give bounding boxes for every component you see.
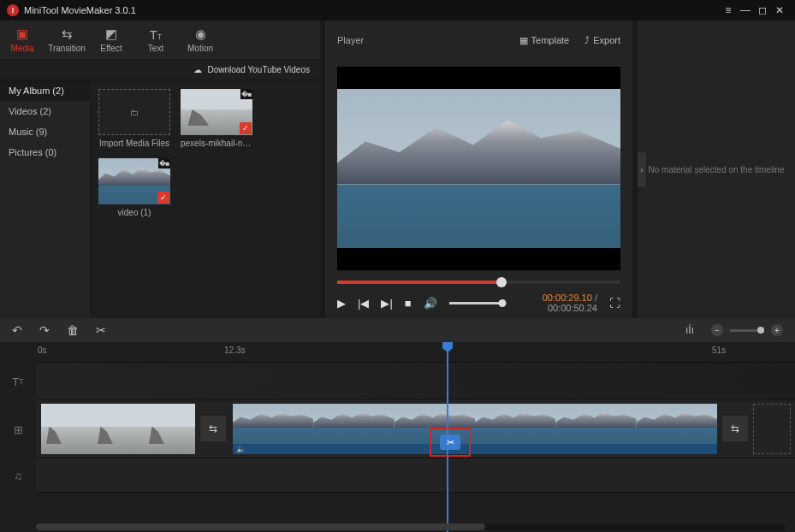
video-badge-icon: �■ <box>158 158 170 168</box>
properties-panel: › No material selected on the timeline <box>638 21 795 318</box>
next-frame-button[interactable]: ▶| <box>381 297 392 310</box>
text-track[interactable] <box>36 363 795 400</box>
template-icon: ▦ <box>519 35 528 46</box>
maximize-button[interactable]: ◻ <box>754 4 771 16</box>
title-bar: ! MiniTool MovieMaker 3.0.1 ≡ — ◻ ✕ <box>0 0 795 21</box>
export-button[interactable]: ⤴ Export <box>584 35 620 45</box>
timeline-scrollbar[interactable] <box>36 523 785 530</box>
export-label: Export <box>593 35 620 45</box>
transition-slot-2[interactable]: ⇆ <box>722 416 748 441</box>
download-youtube-label: Download YouTube Videos <box>207 65 310 74</box>
template-label: Template <box>531 35 570 45</box>
time-sep: / <box>592 293 597 303</box>
time-total: 00:00:50.24 <box>548 303 597 313</box>
ruler-tick-1: 12.3s <box>224 346 245 355</box>
media-item-2-label: video (1) <box>98 208 170 217</box>
video-track[interactable]: ⇆ 🔈 ⇆ <box>36 400 795 458</box>
import-media-label: Import Media Files <box>98 139 170 148</box>
text-track-icon: TT <box>0 363 36 400</box>
video-track-icon: ⊞ <box>0 400 36 458</box>
delete-button[interactable]: 🗑 <box>67 323 79 337</box>
export-icon: ⤴ <box>584 35 590 45</box>
media-tab-album[interactable]: My Album (2) <box>0 80 90 101</box>
timeline: TT ⊞ ♫ 0s 12.3s 51s ⇆ <box>0 342 795 532</box>
tab-effect[interactable]: ◩ Effect <box>89 27 133 53</box>
used-check-icon: ✓ <box>240 122 252 134</box>
tab-text-label: Text <box>148 44 163 53</box>
time-ruler[interactable]: 0s 12.3s 51s <box>36 342 795 363</box>
used-check-icon: ✓ <box>157 192 169 204</box>
tab-transition[interactable]: ⇆ Transition <box>44 27 89 53</box>
effect-icon: ◩ <box>89 27 133 42</box>
tab-motion[interactable]: ◉ Motion <box>178 27 222 53</box>
zoom-controls: − + <box>711 324 783 336</box>
import-media-card[interactable]: 🗀 Import Media Files <box>98 89 170 148</box>
download-youtube-link[interactable]: ☁ Download YouTube Videos <box>0 60 320 80</box>
zoom-out-button[interactable]: − <box>711 324 723 336</box>
speaker-icon: 🔈 <box>236 445 246 453</box>
timeline-clip-1[interactable] <box>41 404 195 454</box>
player-panel: Player ▦ Template ⤴ Export ▶ |◀ ▶| ■ 🔊 <box>320 21 638 318</box>
audio-track[interactable] <box>36 458 795 493</box>
volume-icon[interactable]: 🔊 <box>424 297 437 310</box>
redo-button[interactable]: ↷ <box>39 323 50 337</box>
motion-icon: ◉ <box>178 27 222 42</box>
menu-icon[interactable]: ≡ <box>720 4 737 16</box>
media-tab-pictures[interactable]: Pictures (0) <box>0 142 90 163</box>
media-item-2[interactable]: �■ ✓ video (1) <box>98 158 170 217</box>
timeline-toolbar: ↶ ↷ 🗑 ✂ ıİı − + <box>0 318 795 342</box>
tab-effect-label: Effect <box>100 44 122 53</box>
audio-settings-icon[interactable]: ıİı <box>685 324 694 336</box>
app-title: MiniTool MovieMaker 3.0.1 <box>24 5 136 15</box>
seek-knob[interactable] <box>496 277 507 287</box>
stop-button[interactable]: ■ <box>405 297 412 310</box>
prev-frame-button[interactable]: |◀ <box>358 297 369 310</box>
split-button[interactable]: ✂ <box>96 323 106 337</box>
close-button[interactable]: ✕ <box>771 4 788 16</box>
ruler-tick-0: 0s <box>38 346 47 355</box>
text-icon: TT <box>133 27 178 42</box>
app-logo-icon: ! <box>7 4 19 16</box>
tab-media[interactable]: ▣ Media <box>0 27 44 53</box>
media-tab-music[interactable]: Music (9) <box>0 121 90 142</box>
tab-transition-label: Transition <box>48 44 86 53</box>
transition-slot-1[interactable]: ⇆ <box>200 416 226 441</box>
media-item-1[interactable]: �■ ✓ pexels-mikhail-nilov... <box>181 89 252 148</box>
fullscreen-button[interactable]: ⛶ <box>609 297 620 310</box>
media-panel: ▣ Media ⇆ Transition ◩ Effect TT Text ◉ … <box>0 21 320 318</box>
seek-bar[interactable] <box>337 281 620 284</box>
scissors-icon[interactable]: ✂ <box>440 434 460 450</box>
zoom-in-button[interactable]: + <box>771 324 783 336</box>
import-media-icon: 🗀 <box>98 89 170 135</box>
tab-motion-label: Motion <box>187 44 213 53</box>
main-toolbar: ▣ Media ⇆ Transition ◩ Effect TT Text ◉ … <box>0 21 320 60</box>
player-controls: ▶ |◀ ▶| ■ 🔊 00:00:29.10 / 00:00:50.24 ⛶ <box>325 287 632 318</box>
clip-audio-bar[interactable]: 🔈 <box>233 444 717 454</box>
volume-slider[interactable] <box>449 302 506 304</box>
preview-viewport[interactable] <box>337 67 620 270</box>
media-thumbnails: 🗀 Import Media Files �■ ✓ pexels-mikhail… <box>90 80 320 318</box>
undo-button[interactable]: ↶ <box>12 323 22 337</box>
media-item-1-label: pexels-mikhail-nilov... <box>181 139 252 148</box>
time-current: 00:00:29.10 <box>543 293 592 303</box>
empty-clip-slot[interactable] <box>753 404 791 454</box>
tab-text[interactable]: TT Text <box>133 27 178 53</box>
audio-track-icon: ♫ <box>0 458 36 493</box>
play-button[interactable]: ▶ <box>337 297 346 310</box>
properties-empty-msg: No material selected on the timeline <box>649 165 785 174</box>
panel-toggle[interactable]: › <box>638 152 646 186</box>
ruler-tick-2: 51s <box>712 346 726 355</box>
cc-icon: ☁ <box>193 65 202 74</box>
template-button[interactable]: ▦ Template <box>519 35 570 46</box>
media-tab-videos[interactable]: Videos (2) <box>0 101 90 121</box>
timeline-clip-2[interactable]: 🔈 <box>233 404 717 454</box>
split-marker-highlight: ✂ <box>430 428 471 457</box>
minimize-button[interactable]: — <box>737 4 754 16</box>
folder-icon: ▣ <box>0 27 44 42</box>
zoom-slider[interactable] <box>730 329 764 332</box>
transition-icon: ⇆ <box>44 27 89 42</box>
media-category-list: My Album (2) Videos (2) Music (9) Pictur… <box>0 80 90 318</box>
tab-media-label: Media <box>10 44 33 53</box>
player-title: Player <box>337 35 364 45</box>
video-badge-icon: �■ <box>240 89 252 99</box>
